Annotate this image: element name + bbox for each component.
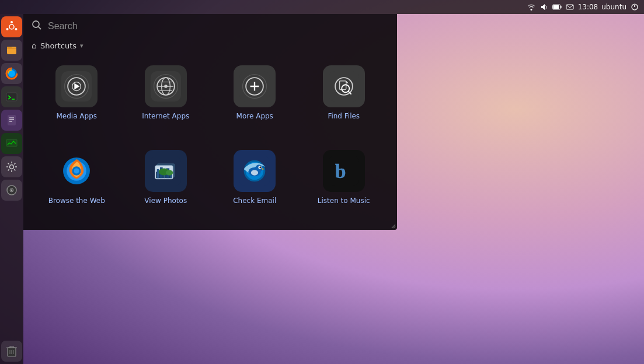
breadcrumb-arrow: ▾ xyxy=(80,42,83,50)
sidebar-item-firefox[interactable] xyxy=(1,63,22,84)
svg-rect-35 xyxy=(329,71,359,102)
wifi-icon[interactable] xyxy=(527,2,536,12)
internet-apps-label: Internet Apps xyxy=(142,112,189,120)
svg-rect-14 xyxy=(6,93,17,101)
svg-rect-1 xyxy=(561,6,561,8)
svg-point-8 xyxy=(15,28,18,30)
internet-apps-icon xyxy=(145,65,187,107)
sidebar-item-files[interactable] xyxy=(1,40,22,61)
sidebar xyxy=(0,14,23,364)
home-icon: ⌂ xyxy=(32,41,37,50)
svg-point-62 xyxy=(251,170,258,175)
svg-point-61 xyxy=(260,166,262,168)
power-icon[interactable] xyxy=(630,2,639,12)
search-input[interactable] xyxy=(48,21,389,32)
app-item-find-files[interactable]: Find Files xyxy=(302,61,386,139)
sidebar-item-trash[interactable] xyxy=(1,341,22,362)
view-photos-icon xyxy=(145,150,187,192)
svg-point-7 xyxy=(11,21,13,23)
sidebar-item-ubuntu[interactable] xyxy=(1,16,22,37)
mail-icon[interactable] xyxy=(565,2,575,12)
sound-icon[interactable] xyxy=(539,2,549,12)
svg-text:b: b xyxy=(335,160,346,182)
listen-music-icon: b b xyxy=(323,150,365,192)
top-panel: 13:08 ubuntu xyxy=(0,0,644,14)
browse-web-label: Browse the Web xyxy=(48,197,105,205)
check-email-label: Check Email xyxy=(233,197,276,205)
svg-rect-15 xyxy=(8,115,16,125)
desktop: 13:08 ubuntu xyxy=(0,0,644,364)
breadcrumb-label[interactable]: Shortcuts xyxy=(40,41,76,50)
svg-point-20 xyxy=(11,190,12,191)
app-item-check-email[interactable]: Check Email xyxy=(213,145,297,224)
sidebar-item-settings[interactable] xyxy=(1,156,22,177)
svg-rect-11 xyxy=(7,47,12,48)
sidebar-item-terminal[interactable] xyxy=(1,86,22,107)
app-grid: Media Apps Internet Apps xyxy=(23,55,397,230)
svg-point-54 xyxy=(166,170,173,175)
clock[interactable]: 13:08 xyxy=(578,3,598,11)
app-item-listen-music[interactable]: b b Listen to Music xyxy=(302,145,386,224)
search-icon xyxy=(32,20,42,33)
view-photos-label: View Photos xyxy=(144,197,187,205)
app-item-more-apps[interactable]: More Apps xyxy=(213,61,297,139)
app-item-view-photos[interactable]: View Photos xyxy=(124,145,208,224)
svg-rect-48 xyxy=(156,169,159,178)
app-item-media-apps[interactable]: Media Apps xyxy=(35,61,119,139)
sidebar-item-disk[interactable] xyxy=(1,180,22,201)
find-files-icon xyxy=(323,65,365,107)
find-files-label: Find Files xyxy=(328,112,360,120)
app-item-browse-web[interactable]: Browse the Web xyxy=(35,145,119,224)
more-apps-icon xyxy=(234,65,276,107)
search-bar xyxy=(23,14,397,38)
battery-icon[interactable] xyxy=(552,2,562,12)
svg-point-31 xyxy=(164,85,168,88)
media-apps-label: Media Apps xyxy=(56,112,97,120)
username[interactable]: ubuntu xyxy=(601,3,626,11)
browse-web-icon xyxy=(55,150,98,192)
svg-rect-2 xyxy=(553,5,559,9)
more-apps-label: More Apps xyxy=(236,112,273,120)
check-email-icon xyxy=(234,150,276,192)
svg-rect-3 xyxy=(566,5,573,9)
sidebar-item-systemmonitor[interactable] xyxy=(1,133,22,154)
listen-music-label: Listen to Music xyxy=(318,197,370,205)
breadcrumb: ⌂ Shortcuts ▾ xyxy=(23,38,397,55)
resize-handle[interactable] xyxy=(390,223,397,230)
svg-point-17 xyxy=(10,165,14,169)
svg-point-9 xyxy=(6,28,9,30)
dash-panel: ⌂ Shortcuts ▾ Media Apps xyxy=(23,14,397,230)
svg-point-43 xyxy=(74,168,79,173)
sidebar-item-texteditor[interactable] xyxy=(1,110,22,131)
app-item-internet-apps[interactable]: Internet Apps xyxy=(124,61,208,139)
media-apps-icon xyxy=(55,65,98,107)
